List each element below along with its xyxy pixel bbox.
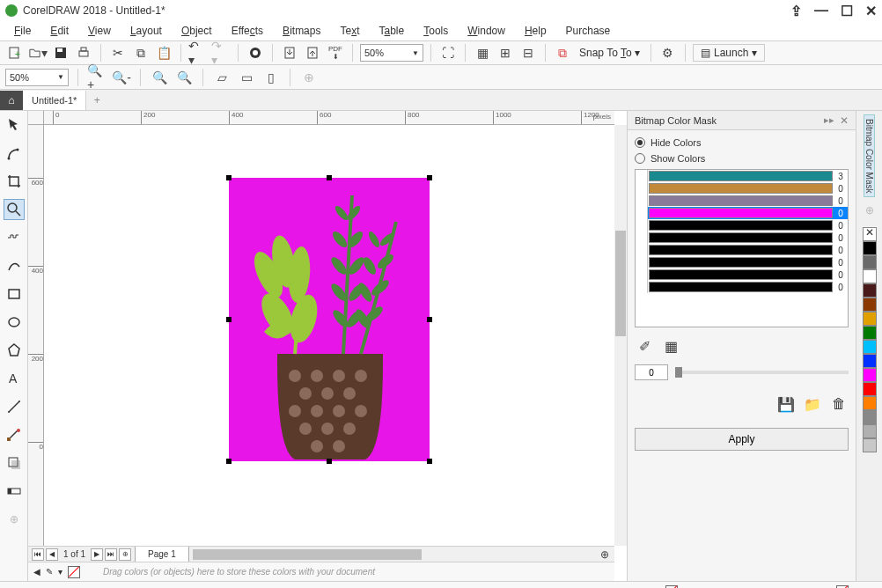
open-mask-icon[interactable]: 📁 bbox=[803, 394, 822, 414]
delete-mask-icon[interactable]: 🗑 bbox=[829, 394, 849, 414]
zoom-combo[interactable]: 50%▼ bbox=[360, 44, 423, 62]
home-tab-icon[interactable]: ⌂ bbox=[0, 91, 23, 110]
search-button[interactable] bbox=[246, 43, 265, 62]
docker-collapse-icon[interactable]: ▸▸ bbox=[824, 114, 834, 126]
tolerance-slider[interactable] bbox=[675, 371, 849, 374]
page-add-button[interactable]: ⊕ bbox=[119, 548, 131, 561]
selection-handle[interactable] bbox=[226, 317, 232, 322]
color-mask-row[interactable]: 0 bbox=[636, 281, 848, 293]
palette-swatch[interactable] bbox=[863, 255, 877, 269]
menu-text[interactable]: Text bbox=[333, 23, 366, 39]
freehand-tool[interactable] bbox=[4, 227, 25, 248]
selection-handle[interactable] bbox=[226, 459, 232, 464]
options-button[interactable]: ⚙ bbox=[658, 43, 678, 62]
color-mask-row[interactable]: 0 bbox=[636, 232, 848, 244]
close-button[interactable]: ✕ bbox=[865, 3, 877, 19]
selection-handle[interactable] bbox=[427, 175, 432, 180]
export-button[interactable] bbox=[303, 43, 322, 62]
ellipse-tool[interactable] bbox=[4, 312, 25, 333]
connector-tool[interactable] bbox=[4, 424, 25, 445]
menu-bitmaps[interactable]: Bitmaps bbox=[276, 23, 327, 39]
palette-swatch[interactable] bbox=[863, 312, 877, 326]
add-tab-button[interactable]: + bbox=[88, 92, 106, 109]
color-mask-row[interactable]: 0 bbox=[636, 207, 848, 219]
pdf-button[interactable]: PDF⬇ bbox=[326, 43, 345, 62]
zoom-out-button[interactable]: 🔍- bbox=[112, 68, 131, 87]
page-prev-button[interactable]: ◀ bbox=[46, 548, 58, 561]
launch-button[interactable]: ▤ Launch ▾ bbox=[693, 44, 765, 62]
save-mask-icon[interactable]: 💾 bbox=[776, 394, 796, 414]
menu-view[interactable]: View bbox=[81, 23, 118, 39]
guides-button[interactable]: ⊟ bbox=[518, 43, 538, 62]
menu-purchase[interactable]: Purchase bbox=[559, 23, 618, 39]
page-last-button[interactable]: ⏭ bbox=[105, 548, 117, 561]
open-button[interactable]: ▾ bbox=[28, 43, 48, 62]
palette-swatch[interactable] bbox=[863, 382, 877, 396]
parallel-dimension-tool[interactable] bbox=[4, 396, 25, 417]
cut-button[interactable]: ✂ bbox=[108, 43, 128, 62]
palette-swatch[interactable] bbox=[863, 298, 877, 312]
new-button[interactable]: + bbox=[5, 43, 25, 62]
color-mask-row[interactable]: 0 bbox=[636, 182, 848, 195]
palette-swatch[interactable] bbox=[863, 396, 877, 410]
menu-table[interactable]: Table bbox=[372, 23, 412, 39]
zoom-selection-button[interactable]: 🔍 bbox=[150, 68, 169, 87]
canvas[interactable] bbox=[44, 125, 614, 546]
artistic-media-tool[interactable] bbox=[4, 255, 25, 276]
docker-close-button[interactable]: ✕ bbox=[840, 114, 849, 127]
snap-icon[interactable]: ⧉ bbox=[553, 43, 572, 62]
ruler-corner[interactable] bbox=[28, 111, 44, 125]
fullscreen-button[interactable]: ⛶ bbox=[438, 43, 458, 62]
palette-swatch[interactable] bbox=[863, 354, 877, 368]
snap-to-dropdown[interactable]: Snap To To ▾ bbox=[576, 47, 643, 59]
zoom-tool[interactable] bbox=[4, 199, 25, 220]
add-docker-icon[interactable]: ⊕ bbox=[865, 204, 874, 217]
document-tab[interactable]: Untitled-1* bbox=[23, 91, 86, 110]
palette-swatch[interactable] bbox=[863, 326, 877, 340]
zoom-level-combo[interactable]: 50%▼ bbox=[5, 69, 69, 86]
color-drop-bar[interactable]: ◀ ✎ ▾ Drag colors (or objects) here to s… bbox=[28, 562, 614, 581]
ruler-horizontal[interactable]: 020040060080010001200 bbox=[44, 111, 614, 125]
palette-swatch[interactable] bbox=[863, 438, 877, 452]
selection-handle[interactable] bbox=[226, 175, 232, 180]
bitmap-image[interactable] bbox=[229, 178, 430, 461]
menu-file[interactable]: File bbox=[7, 23, 38, 39]
menu-layout[interactable]: Layout bbox=[123, 23, 169, 39]
apply-button[interactable]: Apply bbox=[635, 428, 849, 451]
drop-shadow-tool[interactable] bbox=[4, 452, 25, 474]
page-tab[interactable]: Page 1 bbox=[135, 547, 189, 562]
pick-tool[interactable] bbox=[4, 114, 25, 136]
text-tool[interactable]: A bbox=[4, 368, 25, 389]
no-fill-icon[interactable] bbox=[68, 566, 80, 578]
color-mask-row[interactable]: 0 bbox=[636, 244, 848, 256]
palette-swatch[interactable] bbox=[863, 241, 877, 255]
color-mask-row[interactable]: 0 bbox=[636, 256, 848, 268]
page-next-button[interactable]: ▶ bbox=[91, 548, 103, 561]
add-button[interactable]: ⊕ bbox=[299, 68, 319, 87]
maximize-button[interactable]: ☐ bbox=[841, 3, 853, 19]
palette-swatch[interactable] bbox=[863, 269, 877, 283]
zoom-all-button[interactable]: 🔍 bbox=[174, 68, 194, 87]
shape-tool[interactable] bbox=[4, 143, 25, 164]
palette-swatch[interactable] bbox=[863, 283, 877, 298]
color-mask-row[interactable]: 0 bbox=[636, 268, 848, 281]
menu-effects[interactable]: Effects bbox=[224, 23, 270, 39]
grid2-button[interactable]: ⊞ bbox=[496, 43, 515, 62]
outline-indicator[interactable]: ✒ None bbox=[825, 585, 875, 589]
tolerance-input[interactable] bbox=[635, 364, 668, 380]
paste-button[interactable]: 📋 bbox=[154, 43, 173, 62]
selection-handle[interactable] bbox=[327, 175, 332, 180]
grid-button[interactable]: ▦ bbox=[473, 43, 492, 62]
zoom-height-button[interactable]: ▯ bbox=[261, 68, 281, 87]
polygon-tool[interactable] bbox=[4, 340, 25, 361]
palette-swatch[interactable] bbox=[863, 340, 877, 354]
print-button[interactable] bbox=[74, 43, 93, 62]
eyedropper-icon[interactable]: ✎ bbox=[46, 567, 53, 577]
menu-object[interactable]: Object bbox=[174, 23, 219, 39]
palette-no-color[interactable] bbox=[863, 227, 877, 241]
hide-colors-radio[interactable]: Hide Colors bbox=[635, 137, 849, 148]
rectangle-tool[interactable] bbox=[4, 283, 25, 305]
copy-button[interactable]: ⧉ bbox=[131, 43, 151, 62]
scrollbar-horizontal[interactable] bbox=[193, 548, 592, 561]
menu-tools[interactable]: Tools bbox=[416, 23, 455, 39]
